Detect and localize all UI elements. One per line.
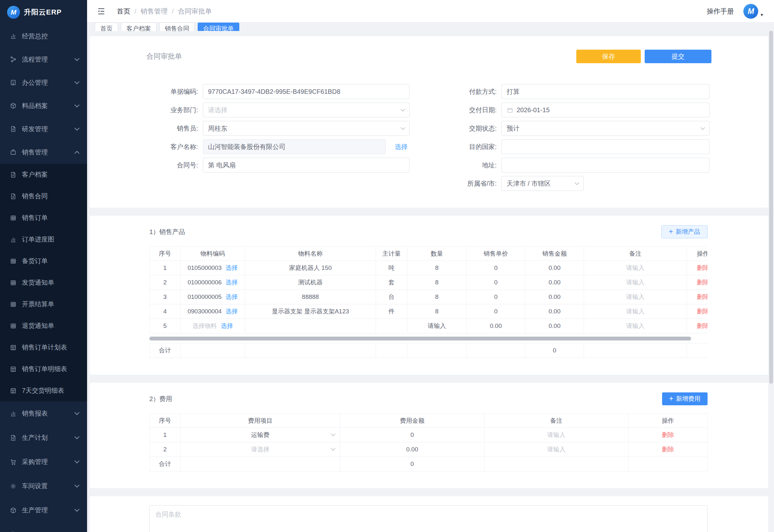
sidebar-subitem-label: 备货订单 xyxy=(22,257,79,265)
add-product-button[interactable]: + 新增产品 xyxy=(661,225,708,238)
salesman-select[interactable]: 周桂东 xyxy=(203,121,410,136)
select-material-link[interactable]: 选择 xyxy=(225,293,238,300)
sidebar-item[interactable] xyxy=(0,522,87,532)
user-avatar[interactable]: M xyxy=(743,4,758,19)
delete-fee-link[interactable]: 删除 xyxy=(662,446,674,453)
product-remark-input[interactable]: 请输入 xyxy=(584,304,687,319)
delivery-date-input[interactable]: 2026-01-15 xyxy=(501,103,709,117)
column-header-amount: 销售金额 xyxy=(525,247,584,261)
sidebar-item[interactable]: 研发管理 xyxy=(0,117,87,141)
sidebar-subitem[interactable]: 销售合同 xyxy=(0,185,87,207)
product-qty-input[interactable]: 请输入 xyxy=(407,319,467,333)
product-price-input[interactable]: 0 xyxy=(467,275,525,290)
sidebar-item[interactable]: 料品档案 xyxy=(0,94,87,117)
product-qty-input[interactable]: 8 xyxy=(407,290,467,304)
fee-item-select[interactable]: 请选择 xyxy=(181,442,340,457)
vertical-scrollbar-thumb[interactable] xyxy=(769,31,773,384)
column-header-name: 物料名称 xyxy=(245,247,376,261)
select-material-link[interactable]: 选择 xyxy=(225,264,238,271)
product-price-input[interactable]: 0.00 xyxy=(467,319,525,333)
product-remark-input[interactable]: 请输入 xyxy=(584,319,687,333)
sidebar-subitem[interactable]: 开票结算单 xyxy=(0,293,87,315)
fee-amount-input[interactable]: 0 xyxy=(340,428,484,442)
dest-country-input[interactable] xyxy=(501,139,709,154)
product-qty-input[interactable]: 8 xyxy=(407,275,467,290)
sidebar-item[interactable]: 采购管理 xyxy=(0,450,87,474)
delivery-status-select[interactable]: 预计 xyxy=(501,121,709,136)
province-city-select[interactable]: 天津市 / 市辖区 xyxy=(501,176,584,191)
choose-customer-link[interactable]: 选择 xyxy=(395,143,408,151)
sidebar-item[interactable]: 销售报表 xyxy=(0,401,87,426)
sidebar-subitem[interactable]: 备货订单 xyxy=(0,250,87,272)
breadcrumb-section[interactable]: 销售管理 xyxy=(141,7,168,16)
product-remark-input[interactable]: 请输入 xyxy=(584,275,687,290)
sidebar-item-icon xyxy=(10,434,17,441)
fees-section-header: 2）费用 + 新增费用 xyxy=(149,392,708,405)
doc-code-input[interactable] xyxy=(203,84,410,99)
manual-link[interactable]: 操作手册 xyxy=(707,7,734,16)
chevron-icon xyxy=(74,458,80,464)
breadcrumb-home[interactable]: 首页 xyxy=(117,7,130,16)
province-city-row: 所属省/市: 天津市 / 市辖区 xyxy=(445,176,709,191)
select-material-link[interactable]: 选择 xyxy=(221,322,233,329)
sidebar-subitem[interactable]: 退货通知单 xyxy=(0,315,87,337)
sidebar-subitem[interactable]: 客户档案 xyxy=(0,164,87,185)
sidebar-menu-bottom: 销售报表 生产计划 采购管理 车间设置 xyxy=(0,401,87,532)
product-remark-input[interactable]: 请输入 xyxy=(584,261,687,275)
sidebar-subitem[interactable]: 销售订单明细表 xyxy=(0,358,87,380)
chevron-down-icon[interactable]: ▾ xyxy=(760,12,763,18)
sidebar-item[interactable]: 办公管理 xyxy=(0,71,87,94)
product-remark-input[interactable]: 请输入 xyxy=(584,290,687,304)
save-button[interactable]: 保存 xyxy=(576,50,641,63)
horizontal-scrollbar-thumb[interactable] xyxy=(149,337,691,340)
sidebar-subitem[interactable]: 发货通知单 xyxy=(0,272,87,293)
column-header-remark: 备注 xyxy=(484,414,629,428)
province-city-label: 所属省/市: xyxy=(445,179,497,188)
payment-input[interactable] xyxy=(501,84,709,99)
select-material-link[interactable]: 选择 xyxy=(225,279,238,286)
delivery-status-row: 交期状态: 预计 xyxy=(445,121,709,136)
chevron-down-icon xyxy=(331,446,335,451)
tab[interactable]: 合同审批单 xyxy=(198,23,239,31)
sidebar-subitem[interactable]: 订单进度图 xyxy=(0,229,87,250)
select-material-link[interactable]: 选择 xyxy=(225,308,238,315)
product-price-input[interactable]: 0 xyxy=(467,304,525,319)
collapse-sidebar-icon[interactable] xyxy=(97,7,106,16)
fee-item-select[interactable]: 运输费 xyxy=(181,428,340,442)
sidebar-subitem[interactable]: 销售订单 xyxy=(0,207,87,229)
product-qty-input[interactable]: 8 xyxy=(407,261,467,275)
delete-product-link[interactable]: 删除 xyxy=(697,264,708,271)
sidebar-subitem-icon xyxy=(10,171,17,178)
contract-terms-placeholder: 合同条款 xyxy=(155,511,181,518)
dept-select[interactable]: 请选择 xyxy=(203,103,410,117)
delete-product-link[interactable]: 删除 xyxy=(697,293,708,300)
tab[interactable]: 首页 xyxy=(95,23,118,31)
tab[interactable]: 客户档案 xyxy=(121,23,156,31)
product-price-input[interactable]: 0 xyxy=(467,261,525,275)
sidebar-item[interactable]: 经营总控 xyxy=(0,25,87,48)
sidebar-item[interactable]: 生产管理 xyxy=(0,498,87,522)
sidebar-item[interactable]: 销售管理 xyxy=(0,141,87,164)
address-input[interactable] xyxy=(501,158,709,172)
delete-product-link[interactable]: 删除 xyxy=(697,308,708,315)
product-qty-input[interactable]: 8 xyxy=(407,304,467,319)
sidebar-item[interactable]: 生产计划 xyxy=(0,426,87,450)
sidebar-subitem[interactable]: 7天交货明细表 xyxy=(0,380,87,401)
fee-amount-input[interactable]: 0.00 xyxy=(340,442,484,457)
sidebar-subitem[interactable]: 销售订单计划表 xyxy=(0,337,87,358)
fees-total-amount: 0 xyxy=(340,457,484,471)
delete-product-link[interactable]: 删除 xyxy=(697,279,708,286)
sidebar-item[interactable]: 车间设置 xyxy=(0,474,87,498)
fee-remark-input[interactable]: 请输入 xyxy=(484,428,629,442)
product-price-input[interactable]: 0 xyxy=(467,290,525,304)
add-fee-button[interactable]: + 新增费用 xyxy=(662,392,708,405)
delete-fee-link[interactable]: 删除 xyxy=(662,431,674,438)
sidebar-item[interactable]: 流程管理 xyxy=(0,48,87,71)
contract-terms-textarea[interactable]: 合同条款 xyxy=(149,505,708,532)
delete-product-link[interactable]: 删除 xyxy=(697,322,708,329)
contract-no-input[interactable] xyxy=(203,158,410,172)
submit-button[interactable]: 提交 xyxy=(645,50,711,63)
tab[interactable]: 销售合同 xyxy=(159,23,195,31)
fee-remark-input[interactable]: 请输入 xyxy=(484,442,629,457)
horizontal-scrollbar[interactable] xyxy=(149,337,708,340)
